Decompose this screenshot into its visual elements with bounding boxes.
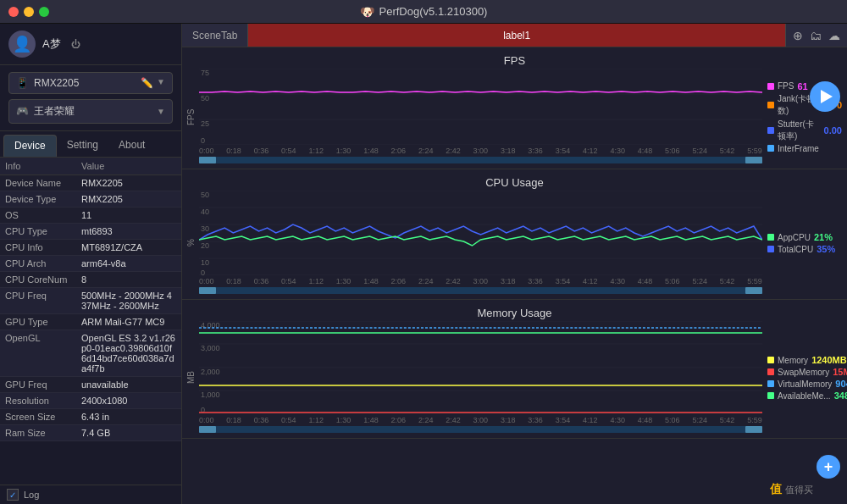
memory-timeline[interactable]	[199, 426, 762, 433]
legend-item: VirtualMemory9040MB	[767, 379, 842, 389]
scene-tab[interactable]: SceneTab	[182, 24, 248, 47]
tab-device[interactable]: Device	[3, 135, 57, 157]
memory-timeline-right[interactable]	[745, 426, 762, 433]
svg-text:40: 40	[201, 208, 209, 216]
table-row: CPU Typemt6893	[0, 224, 181, 240]
play-button[interactable]	[810, 81, 840, 112]
memory-x-axis: 0:000:180:360:541:121:301:482:062:242:42…	[199, 416, 762, 424]
legend-label: AppCPU	[778, 233, 811, 242]
svg-text:0: 0	[201, 269, 205, 275]
x-axis-label: 5:59	[747, 147, 762, 155]
label-bar[interactable]: label1	[248, 24, 785, 47]
watermark-icon: 值	[770, 482, 782, 497]
legend-dot	[767, 234, 774, 241]
x-axis-label: 4:48	[638, 147, 653, 155]
cpu-y-label: %	[182, 191, 199, 296]
timeline-right-marker[interactable]	[745, 157, 762, 163]
x-axis-label: 2:42	[446, 147, 461, 155]
legend-value: 9040MB	[835, 379, 847, 389]
table-row: CPU InfoMT6891Z/CZA	[0, 240, 181, 256]
legend-label: TotalCPU	[778, 245, 813, 254]
close-button[interactable]	[8, 7, 19, 17]
device-selector-box[interactable]: 📱RMX2205 ✏️ ▼	[8, 72, 173, 94]
x-axis-label: 3:36	[528, 147, 543, 155]
legend-dot	[767, 127, 774, 134]
info-value: unavailable	[81, 379, 176, 390]
legend-item: InterFrame	[767, 144, 842, 153]
game-selector-box[interactable]: 🎮王者荣耀 ▼	[8, 99, 173, 124]
play-icon	[821, 90, 833, 103]
x-axis-label: 0:00	[199, 416, 214, 424]
x-axis-label: 5:59	[747, 277, 762, 285]
x-axis-label: 5:06	[665, 277, 680, 285]
x-axis-label: 3:54	[556, 416, 571, 424]
legend-dot	[767, 246, 774, 252]
chevron-down-icon-2: ▼	[157, 107, 165, 116]
fps-chart-section: FPS FPS 75 50 25	[182, 47, 847, 169]
power-icon[interactable]: ⏻	[71, 39, 80, 49]
cpu-timeline-right[interactable]	[745, 287, 762, 294]
svg-text:75: 75	[201, 69, 209, 77]
fps-timeline[interactable]	[199, 157, 762, 163]
maximize-button[interactable]	[39, 7, 49, 17]
log-checkbox[interactable]	[7, 489, 19, 501]
x-axis-label: 2:24	[418, 277, 434, 285]
table-row: CPU Archarm64-v8a	[0, 256, 181, 272]
legend-item: Memory1240MB	[767, 355, 842, 365]
svg-text:20: 20	[201, 241, 209, 250]
fps-svg: 75 50 25 0	[199, 69, 762, 145]
info-value: 11	[81, 210, 176, 220]
x-axis-label: 0:18	[226, 416, 241, 424]
x-axis-label: 1:12	[308, 416, 324, 424]
legend-label: VirtualMemory	[778, 379, 832, 389]
info-key: CPU Info	[5, 242, 81, 252]
x-axis-label: 2:24	[418, 147, 434, 155]
table-row: OS11	[0, 208, 181, 224]
x-axis-label: 4:30	[610, 416, 625, 424]
x-axis-label: 4:30	[610, 277, 625, 285]
minimize-button[interactable]	[24, 7, 34, 17]
svg-text:2,000: 2,000	[201, 368, 220, 376]
table-row: Screen Size6.43 in	[0, 409, 181, 425]
cpu-timeline-left[interactable]	[199, 287, 216, 294]
fps-y-label: FPS	[182, 69, 199, 165]
location-icon[interactable]: ⊕	[793, 29, 803, 42]
cpu-legend: AppCPU21%TotalCPU35%	[762, 191, 847, 296]
cloud-icon[interactable]: ☁	[828, 29, 840, 42]
x-axis-label: 2:06	[391, 147, 407, 155]
table-row: GPU Frequnavailable	[0, 377, 181, 393]
legend-item: AppCPU21%	[767, 232, 842, 242]
add-button[interactable]: +	[817, 455, 840, 479]
x-axis-label: 3:00	[473, 147, 489, 155]
tab-about[interactable]: About	[108, 135, 155, 157]
legend-label: SwapMemory	[778, 368, 829, 377]
watermark-text: 值得买	[785, 484, 813, 496]
legend-dot	[767, 392, 774, 399]
x-axis-label: 1:48	[363, 277, 379, 285]
x-axis-label: 4:48	[638, 416, 653, 424]
x-axis-label: 2:06	[391, 277, 407, 285]
edit-icon[interactable]: ✏️	[141, 77, 153, 89]
x-axis-label: 5:06	[665, 416, 680, 424]
info-value: arm64-v8a	[81, 258, 176, 269]
fps-chart-area: FPS 75 50 25 0	[182, 69, 847, 165]
log-label: Log	[24, 490, 39, 500]
chevron-down-icon: ▼	[157, 77, 165, 89]
x-axis-label: 3:00	[473, 416, 489, 424]
fps-chart-inner: 75 50 25 0 0:000:180:360:541:121:301:482…	[199, 69, 762, 165]
memory-timeline-left[interactable]	[199, 426, 216, 433]
top-bar-icons: ⊕ 🗂 ☁	[785, 24, 847, 47]
tab-setting[interactable]: Setting	[57, 135, 108, 157]
x-axis-label: 5:24	[692, 416, 707, 424]
info-value: mt6893	[81, 226, 176, 236]
timeline-left-marker[interactable]	[199, 157, 216, 163]
game-icon: 🎮	[16, 105, 29, 117]
folder-icon[interactable]: 🗂	[810, 29, 822, 42]
cpu-timeline[interactable]	[199, 287, 762, 294]
main-layout: 👤 A梦 ⏻ 📱RMX2205 ✏️ ▼ 🎮王者荣耀 ▼ Device Sett…	[0, 24, 847, 504]
x-axis-label: 4:12	[583, 277, 598, 285]
x-axis-label: 0:54	[281, 416, 296, 424]
legend-item: AvailableMe...3489MB	[767, 390, 842, 401]
app-title: PerfDog(v5.1.210300)	[379, 5, 488, 18]
info-key: CPU Type	[5, 226, 81, 236]
